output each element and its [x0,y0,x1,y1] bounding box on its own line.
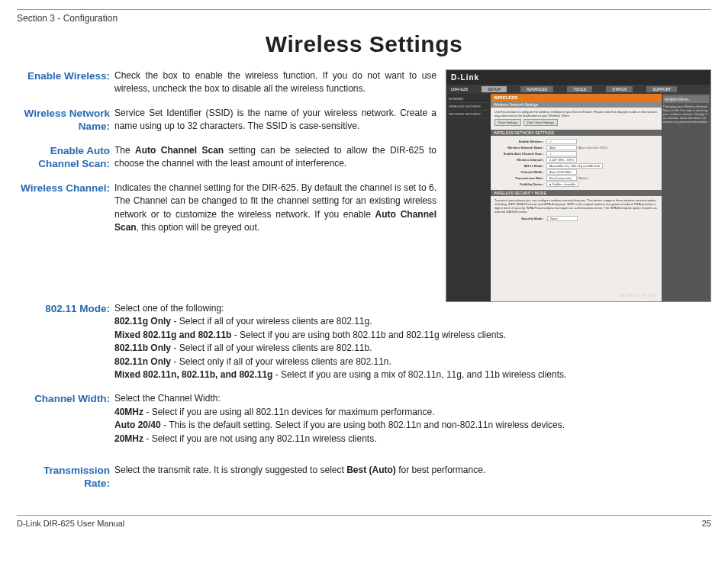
ss-sec2-text: To protect your privacy you can configur… [494,198,658,214]
ss-help-text: Changing your Wireless Network Name is t… [663,105,709,124]
ss-field-label: Visibility Status : [494,182,546,186]
label-channel: Wireless Channel: [17,182,114,235]
desc-enable-wireless: Check the box to enable the wireless fun… [114,69,436,96]
ss-field-value[interactable]: Best (automatic) [546,175,577,181]
ss-field-label: Enable Wireless : [494,140,546,143]
desc-rate: Select the transmit rate. It is strongly… [114,464,485,491]
ss-field-value[interactable]: 2.437 GHz - CH 6 [546,157,577,162]
label-enable-wireless: Enable Wireless: [17,69,114,96]
ss-field-value[interactable]: dlink [546,145,577,150]
ss-secmode-label: Security Mode : [494,217,546,220]
ss-side-network[interactable]: NETWORK SETTINGS [448,111,489,118]
desc-auto-scan: The Auto Channel Scan setting can be sel… [114,144,436,171]
label-rate: Transmission Rate: [17,464,114,491]
ss-field-value[interactable]: ✓ [546,151,577,156]
ss-brand: D-Link [446,70,710,85]
label-mode: 802.11 Mode: [17,302,114,381]
ss-subbar: Wireless Network Settings [491,101,662,108]
ss-intro: Use this section to configure the wirele… [494,110,658,117]
ss-tab-status[interactable]: STATUS [606,86,633,92]
label-auto-scan: Enable Auto Channel Scan: [17,144,114,171]
ss-field-value[interactable]: ● Visible ○ Invisible [546,182,578,187]
footer-page: 25 [702,519,711,528]
ss-tab-advanced[interactable]: ADVANCED [520,86,553,92]
ss-field-label: Wireless Network Name : [494,146,546,150]
desc-width: Select the Channel Width: 40MHz - Select… [114,392,565,446]
ss-cancel-button[interactable]: Don't Save Settings [523,119,558,126]
router-screenshot: D-Link DIR-625 SETUP ADVANCED TOOLS STAT… [446,69,711,302]
ss-side-wireless[interactable]: WIRELESS SETTINGS [448,103,489,111]
ss-field-label: 802.11 Mode : [494,164,546,168]
ss-field-label: Wireless Channel : [494,158,546,162]
ss-model: DIR-625 [451,87,468,92]
ss-footer: WIRELESS [619,292,657,299]
ss-field-label: Enable Auto Channel Scan : [494,152,546,156]
ss-sec1: WIRELESS NETWORK SETTINGS [491,130,662,136]
ss-sec2: WIRELESS SECURITY MODE [491,190,662,196]
definitions-column: Enable Wireless: Check the box to enable… [17,69,711,501]
ss-field-value[interactable]: Mixed 802.11n, 802.11g and 802.11b [546,163,603,169]
ss-field-label: Transmission Rate : [494,176,546,180]
ss-secmode-value[interactable]: None [547,216,578,221]
ss-field-value[interactable]: ✓ [546,139,577,144]
ss-field-label: Channel Width : [494,170,546,174]
ss-help-panel: Helpful Hints.. Changing your Wireless N… [662,94,710,302]
ss-help-title: Helpful Hints.. [663,95,709,103]
ss-bar: WIRELESS [491,94,662,101]
desc-channel: Indicates the channel setting for the DI… [114,182,436,235]
ss-sidebar: INTERNET WIRELESS SETTINGS NETWORK SETTI… [446,94,491,302]
desc-ssid: Service Set Identifier (SSID) is the nam… [114,107,436,134]
page-title: Wireless Settings [17,31,711,57]
ss-tab-setup[interactable]: SETUP [482,86,507,92]
ss-field-value[interactable]: Auto 20/40 MHz [546,169,577,175]
footer-manual: D-Link DIR-625 User Manual [17,519,124,528]
ss-tab-support[interactable]: SUPPORT [646,86,677,92]
section-header: Section 3 - Configuration [17,13,711,24]
label-ssid: Wireless Network Name: [17,107,114,134]
ss-tab-tools[interactable]: TOOLS [567,86,592,92]
ss-side-internet[interactable]: INTERNET [448,95,489,103]
label-width: Channel Width: [17,392,114,446]
desc-mode: Select one of the following: 802.11g Onl… [114,302,566,381]
ss-save-button[interactable]: Save Settings [494,119,521,126]
